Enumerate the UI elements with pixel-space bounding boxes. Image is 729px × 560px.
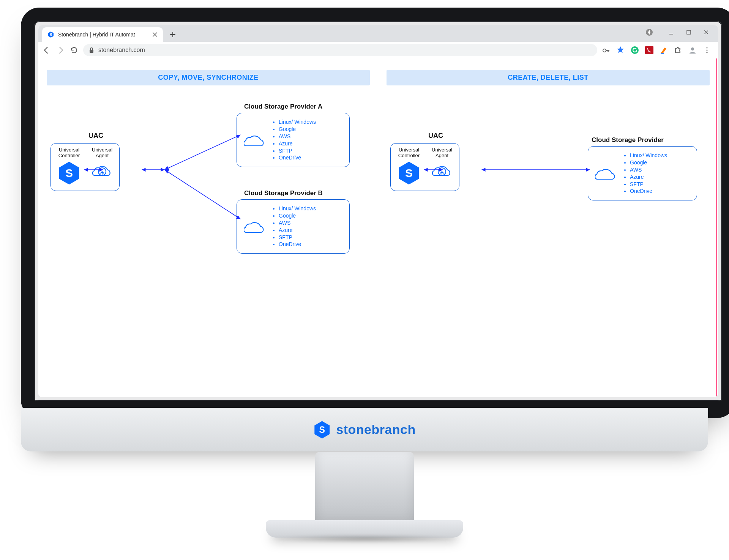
list-item: Linux/ Windows — [279, 118, 316, 126]
uac-agent-label: Universal Agent — [432, 147, 452, 159]
browser-window: S Stonebranch | Hybrid IT Automat — [38, 25, 718, 397]
url-text: stonebranch.com — [98, 47, 145, 54]
left-header: COPY, MOVE, SYNCHRONIZE — [47, 70, 370, 85]
back-button[interactable] — [42, 46, 51, 55]
uac-title-left: UAC — [88, 132, 103, 140]
stonebranch-logo: stonebranch — [313, 420, 416, 439]
svg-text:S: S — [50, 33, 52, 37]
profile-avatar-icon[interactable] — [688, 46, 697, 54]
uac-controller-label: Universal Controller — [58, 147, 80, 159]
kebab-menu-icon[interactable] — [703, 46, 711, 54]
page-content: COPY, MOVE, SYNCHRONIZE UAC Universal Co… — [38, 58, 718, 397]
list-item: OneDrive — [279, 241, 316, 248]
list-item: Azure — [279, 140, 316, 147]
svg-rect-16 — [661, 53, 664, 54]
bookmark-star-icon[interactable] — [616, 46, 625, 54]
svg-rect-15 — [645, 46, 653, 54]
reload-button[interactable] — [69, 46, 79, 55]
svg-marker-25 — [165, 166, 169, 170]
list-item: SFTP — [279, 147, 316, 155]
scrollbar[interactable] — [716, 58, 717, 397]
list-item: Azure — [279, 227, 316, 234]
monitor-stand — [315, 452, 414, 528]
svg-marker-22 — [161, 168, 165, 172]
extensions-icon[interactable] — [674, 46, 682, 54]
marker-ext-icon[interactable] — [660, 46, 668, 54]
browser-tabbar: S Stonebranch | Hybrid IT Automat — [38, 25, 718, 42]
provider-list-right: Linux/ Windows Google AWS Azure SFTP One… — [623, 152, 667, 195]
list-item: AWS — [279, 133, 316, 140]
list-item: SFTP — [279, 234, 316, 241]
stonebranch-hex-icon — [398, 161, 420, 185]
stonebranch-hex-icon — [58, 161, 80, 185]
diagram-left: COPY, MOVE, SYNCHRONIZE UAC Universal Co… — [47, 70, 370, 291]
window-controls — [663, 27, 715, 38]
list-item: SFTP — [630, 181, 667, 188]
list-item: Linux/ Windows — [279, 205, 316, 212]
cloud-icon — [244, 133, 265, 148]
list-item: Azure — [630, 174, 667, 181]
toolbar-extensions — [602, 46, 714, 54]
list-item: Google — [630, 159, 667, 166]
provider-b-list: Linux/ Windows Google AWS Azure SFTP One… — [272, 205, 316, 248]
svg-marker-28 — [165, 170, 169, 174]
provider-a-box: Linux/ Windows Google AWS Azure SFTP One… — [237, 113, 350, 167]
provider-box-right: Linux/ Windows Google AWS Azure SFTP One… — [588, 146, 697, 200]
browser-tab-title: Stonebranch | Hybrid IT Automat — [58, 32, 148, 38]
list-item: OneDrive — [279, 154, 316, 161]
acrobat-ext-icon[interactable] — [645, 46, 653, 54]
list-item: AWS — [630, 166, 667, 174]
window-close-button[interactable] — [697, 27, 715, 38]
uac-box-left: Universal Controller Universal Agent — [50, 143, 120, 191]
provider-a-list: Linux/ Windows Google AWS Azure SFTP One… — [272, 118, 316, 161]
provider-b-box: Linux/ Windows Google AWS Azure SFTP One… — [237, 199, 350, 254]
provider-title-right: Cloud Storage Provider — [592, 136, 664, 144]
uac-agent-label: Universal Agent — [92, 147, 112, 159]
stonebranch-hex-icon — [313, 420, 331, 439]
provider-b-title: Cloud Storage Provider B — [244, 189, 323, 197]
list-item: Google — [279, 212, 316, 219]
list-item: Linux/ Windows — [630, 152, 667, 159]
forward-button[interactable] — [56, 46, 65, 55]
lock-icon — [88, 47, 95, 53]
window-maximize-button[interactable] — [680, 27, 697, 38]
monitor-frame: S Stonebranch | Hybrid IT Automat — [21, 8, 729, 418]
diagram-right: CREATE, DELETE, LIST UAC Universal Contr… — [387, 70, 710, 291]
cloud-upload-icon — [432, 161, 452, 181]
uac-title-right: UAC — [428, 132, 443, 140]
compass-icon[interactable] — [645, 28, 653, 36]
svg-marker-21 — [142, 168, 146, 172]
grammarly-ext-icon[interactable] — [631, 46, 639, 54]
uac-box-right: Universal Controller Universal Agent — [390, 143, 459, 191]
svg-line-26 — [165, 170, 241, 219]
stonebranch-favicon-icon: S — [47, 31, 54, 38]
key-icon[interactable] — [602, 46, 610, 54]
uac-controller-label: Universal Controller — [398, 147, 420, 159]
tab-close-icon[interactable] — [152, 32, 158, 37]
list-item: AWS — [279, 219, 316, 227]
list-item: Google — [279, 126, 316, 133]
list-item: OneDrive — [630, 188, 667, 195]
stonebranch-logo-text: stonebranch — [336, 422, 416, 437]
browser-addressbar: stonebranch.com — [38, 42, 718, 59]
cloud-upload-icon — [92, 161, 112, 181]
provider-a-title: Cloud Storage Provider A — [244, 103, 322, 110]
new-tab-button[interactable] — [167, 29, 178, 40]
monitor-base — [266, 520, 463, 538]
monitor-chin: stonebranch — [21, 408, 708, 451]
cloud-icon — [595, 166, 616, 181]
cloud-icon — [244, 219, 265, 234]
window-minimize-button[interactable] — [663, 27, 680, 38]
svg-point-14 — [631, 46, 639, 54]
svg-marker-33 — [482, 168, 486, 172]
address-field[interactable]: stonebranch.com — [83, 44, 597, 56]
right-header: CREATE, DELETE, LIST — [387, 70, 710, 85]
browser-tab-active[interactable]: S Stonebranch | Hybrid IT Automat — [42, 27, 163, 42]
svg-line-23 — [165, 135, 241, 170]
